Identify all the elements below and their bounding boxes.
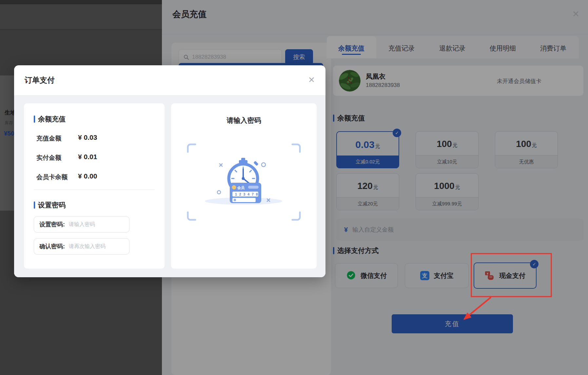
row-value: ¥ 0.01: [78, 153, 97, 161]
set-password-label: 设置密码:: [39, 220, 65, 228]
illustration-card-label: 会员: [237, 186, 245, 190]
confirm-password-label: 确认密码:: [39, 242, 65, 250]
row-value: ¥ 0.00: [78, 172, 97, 180]
password-illustration: 会员 1 2 3 4 7 8: [184, 140, 304, 224]
row-label: 充值金额: [36, 134, 61, 143]
row-label: 会员卡余额: [36, 173, 68, 181]
card-divider: [34, 189, 155, 190]
set-password-input[interactable]: 设置密码: 请输入密码: [34, 216, 129, 233]
confirm-password-placeholder: 请再次输入密码: [69, 243, 106, 250]
section-accent-bar: [34, 115, 35, 123]
screen: 生地 库存 : ¥50 会员充值 ✕ 18828283938 搜索 余额充值 充…: [0, 0, 588, 375]
summary-section-header: 余额充值: [34, 115, 66, 124]
row-label: 实付金额: [36, 154, 61, 162]
summary-section-title: 余额充值: [38, 115, 66, 124]
row-value: ¥ 0.03: [78, 134, 97, 141]
modal-close-icon[interactable]: ✕: [308, 76, 315, 84]
section-accent-bar: [34, 201, 35, 209]
order-payment-modal: 订单支付 ✕ 余额充值 充值金额 ¥ 0.03 实付金额 ¥ 0.01 会员卡余…: [14, 65, 325, 277]
modal-title: 订单支付: [25, 75, 55, 85]
recharge-summary-card: 余额充值 充值金额 ¥ 0.03 实付金额 ¥ 0.01 会员卡余额 ¥ 0.0…: [24, 103, 165, 269]
modal-body: 余额充值 充值金额 ¥ 0.03 实付金额 ¥ 0.01 会员卡余额 ¥ 0.0…: [14, 95, 325, 277]
set-password-placeholder: 请输入密码: [69, 221, 95, 228]
password-section-title: 设置密码: [38, 200, 66, 210]
illustration-card-digits: 1 2 3 4 7 8: [235, 192, 259, 196]
password-section-header: 设置密码: [34, 200, 66, 210]
password-prompt-title: 请输入密码: [171, 116, 317, 125]
password-prompt-card: 请输入密码: [171, 103, 317, 269]
confirm-password-input[interactable]: 确认密码: 请再次输入密码: [34, 238, 129, 255]
